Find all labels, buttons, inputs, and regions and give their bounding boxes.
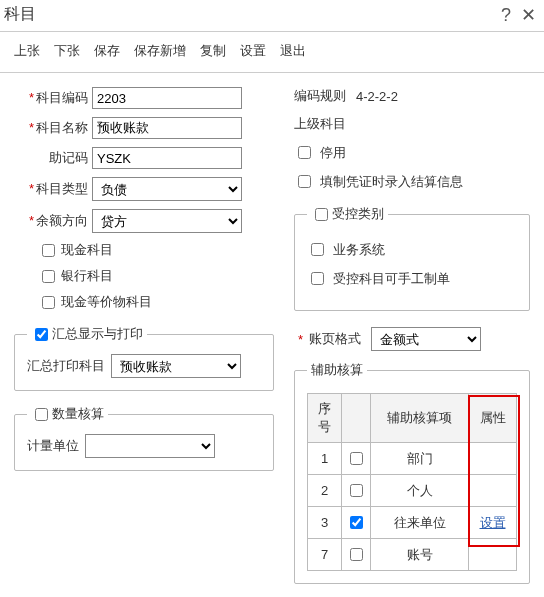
- aux-seq: 3: [308, 507, 342, 539]
- aux-col-attr: 属性: [469, 394, 517, 443]
- bank-label: 银行科目: [61, 267, 113, 285]
- biz-label: 业务系统: [333, 241, 385, 259]
- qty-unit-label: 计量单位: [27, 437, 79, 455]
- controlled-legend: 受控类别: [332, 206, 384, 221]
- type-select[interactable]: 负债: [92, 177, 242, 201]
- aux-col-seq: 序号: [308, 394, 342, 443]
- aux-row-checkbox[interactable]: [350, 484, 363, 497]
- aux-attr-cell: 设置: [469, 507, 517, 539]
- cash-label: 现金科目: [61, 241, 113, 259]
- aux-item: 个人: [371, 475, 469, 507]
- manual-checkbox[interactable]: [311, 272, 324, 285]
- fill-settle-label: 填制凭证时录入结算信息: [320, 173, 463, 191]
- close-icon[interactable]: ✕: [521, 6, 536, 24]
- qty-enable-checkbox[interactable]: [35, 408, 48, 421]
- table-row: 1部门: [308, 443, 517, 475]
- controlled-enable-checkbox[interactable]: [315, 208, 328, 221]
- type-label: 科目类型: [36, 181, 88, 196]
- window-title: 科目: [4, 4, 36, 25]
- qty-unit-select[interactable]: [85, 434, 215, 458]
- page-format-label: 账页格式: [309, 330, 361, 348]
- aux-attr-cell: [469, 539, 517, 571]
- name-input[interactable]: [92, 117, 242, 139]
- parent-label: 上级科目: [294, 115, 346, 133]
- table-row: 2个人: [308, 475, 517, 507]
- code-label: 科目编码: [36, 90, 88, 105]
- manual-label: 受控科目可手工制单: [333, 270, 450, 288]
- toolbar: 上张 下张 保存 保存新增 复制 设置 退出: [0, 32, 544, 73]
- disable-label: 停用: [320, 144, 346, 162]
- aux-col-item: 辅助核算项: [371, 394, 469, 443]
- code-input[interactable]: [92, 87, 242, 109]
- table-row: 3往来单位设置: [308, 507, 517, 539]
- cash-equiv-label: 现金等价物科目: [61, 293, 152, 311]
- aux-table: 序号 辅助核算项 属性 1部门2个人3往来单位设置7账号: [307, 393, 517, 571]
- toolbar-settings[interactable]: 设置: [240, 42, 266, 60]
- balance-dir-select[interactable]: 贷方: [92, 209, 242, 233]
- summary-legend: 汇总显示与打印: [52, 326, 143, 341]
- mnemonic-label: 助记码: [49, 150, 88, 165]
- cash-equiv-checkbox[interactable]: [42, 296, 55, 309]
- qty-legend: 数量核算: [52, 406, 104, 421]
- help-icon[interactable]: ?: [501, 6, 511, 24]
- qty-fieldset: 数量核算 计量单位: [14, 405, 274, 471]
- aux-row-checkbox[interactable]: [350, 516, 363, 529]
- toolbar-save[interactable]: 保存: [94, 42, 120, 60]
- summary-print-label: 汇总打印科目: [27, 357, 105, 375]
- aux-attr-cell: [469, 475, 517, 507]
- controlled-fieldset: 受控类别 业务系统 受控科目可手工制单: [294, 205, 530, 311]
- aux-item: 部门: [371, 443, 469, 475]
- toolbar-exit[interactable]: 退出: [280, 42, 306, 60]
- toolbar-save-new[interactable]: 保存新增: [134, 42, 186, 60]
- aux-item: 账号: [371, 539, 469, 571]
- fill-settle-checkbox[interactable]: [298, 175, 311, 188]
- toolbar-next[interactable]: 下张: [54, 42, 80, 60]
- toolbar-copy[interactable]: 复制: [200, 42, 226, 60]
- encode-rule-label: 编码规则: [294, 87, 346, 105]
- aux-row-checkbox[interactable]: [350, 452, 363, 465]
- aux-attr-cell: [469, 443, 517, 475]
- disable-checkbox[interactable]: [298, 146, 311, 159]
- summary-print-select[interactable]: 预收账款: [111, 354, 241, 378]
- name-label: 科目名称: [36, 120, 88, 135]
- biz-checkbox[interactable]: [311, 243, 324, 256]
- aux-attr-link[interactable]: 设置: [480, 515, 506, 530]
- encode-rule-value: 4-2-2-2: [356, 89, 398, 104]
- summary-fieldset: 汇总显示与打印 汇总打印科目 预收账款: [14, 325, 274, 391]
- aux-seq: 7: [308, 539, 342, 571]
- toolbar-prev[interactable]: 上张: [14, 42, 40, 60]
- aux-seq: 1: [308, 443, 342, 475]
- aux-row-checkbox[interactable]: [350, 548, 363, 561]
- aux-item: 往来单位: [371, 507, 469, 539]
- table-row: 7账号: [308, 539, 517, 571]
- summary-enable-checkbox[interactable]: [35, 328, 48, 341]
- page-format-select[interactable]: 金额式: [371, 327, 481, 351]
- aux-col-chk: [342, 394, 371, 443]
- aux-seq: 2: [308, 475, 342, 507]
- balance-dir-label: 余额方向: [36, 213, 88, 228]
- aux-legend: 辅助核算: [307, 361, 367, 379]
- cash-checkbox[interactable]: [42, 244, 55, 257]
- aux-fieldset: 辅助核算 序号 辅助核算项 属性 1部门2个人3往来单位设置7账号: [294, 361, 530, 584]
- mnemonic-input[interactable]: [92, 147, 242, 169]
- bank-checkbox[interactable]: [42, 270, 55, 283]
